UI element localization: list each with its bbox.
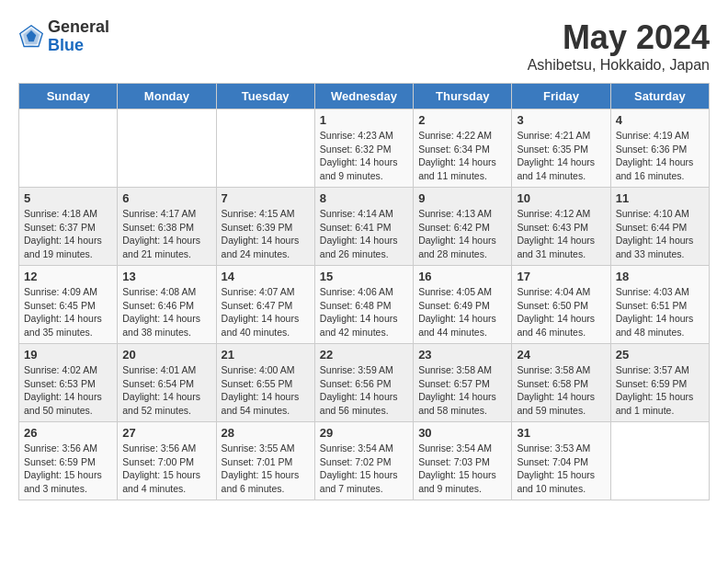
day-number: 22 <box>320 348 408 362</box>
day-header-friday: Friday <box>512 84 610 109</box>
day-number: 14 <box>222 270 310 283</box>
calendar-table: SundayMondayTuesdayWednesdayThursdayFrid… <box>18 83 710 500</box>
day-number: 20 <box>122 348 210 362</box>
day-info: Sunrise: 4:23 AM Sunset: 6:32 PM Dayligh… <box>320 129 408 183</box>
day-header-monday: Monday <box>118 84 216 109</box>
calendar-cell: 18Sunrise: 4:03 AM Sunset: 6:51 PM Dayli… <box>610 266 709 344</box>
day-info: Sunrise: 3:54 AM Sunset: 7:03 PM Dayligh… <box>418 442 506 496</box>
day-number: 12 <box>24 270 112 283</box>
week-row-2: 5Sunrise: 4:18 AM Sunset: 6:37 PM Daylig… <box>19 188 710 266</box>
calendar-cell <box>19 109 118 188</box>
day-info: Sunrise: 3:58 AM Sunset: 6:58 PM Dayligh… <box>517 363 605 418</box>
day-info: Sunrise: 4:21 AM Sunset: 6:35 PM Dayligh… <box>517 129 605 183</box>
calendar-cell: 30Sunrise: 3:54 AM Sunset: 7:03 PM Dayli… <box>414 422 512 500</box>
calendar-cell: 21Sunrise: 4:00 AM Sunset: 6:55 PM Dayli… <box>216 344 314 422</box>
day-number: 2 <box>418 113 506 127</box>
day-number: 21 <box>222 348 310 362</box>
day-number: 31 <box>517 426 605 440</box>
calendar-cell: 31Sunrise: 3:53 AM Sunset: 7:04 PM Dayli… <box>512 422 610 500</box>
day-number: 24 <box>517 348 605 362</box>
title-block: May 2024 Ashibetsu, Hokkaido, Japan <box>528 18 710 74</box>
day-number: 25 <box>616 348 704 362</box>
calendar-cell: 14Sunrise: 4:07 AM Sunset: 6:47 PM Dayli… <box>216 266 314 344</box>
days-header-row: SundayMondayTuesdayWednesdayThursdayFrid… <box>19 84 710 109</box>
calendar-cell: 29Sunrise: 3:54 AM Sunset: 7:02 PM Dayli… <box>314 422 413 500</box>
day-number: 13 <box>122 270 210 283</box>
day-number: 3 <box>517 113 605 127</box>
day-info: Sunrise: 4:12 AM Sunset: 6:43 PM Dayligh… <box>517 207 605 261</box>
day-number: 15 <box>320 270 408 283</box>
day-info: Sunrise: 3:57 AM Sunset: 6:59 PM Dayligh… <box>616 363 704 418</box>
calendar-cell: 6Sunrise: 4:17 AM Sunset: 6:38 PM Daylig… <box>118 188 216 266</box>
day-header-wednesday: Wednesday <box>314 84 413 109</box>
calendar-cell: 4Sunrise: 4:19 AM Sunset: 6:36 PM Daylig… <box>610 109 709 188</box>
week-row-1: 1Sunrise: 4:23 AM Sunset: 6:32 PM Daylig… <box>19 109 710 188</box>
location-text: Ashibetsu, Hokkaido, Japan <box>528 57 710 74</box>
calendar-cell: 8Sunrise: 4:14 AM Sunset: 6:41 PM Daylig… <box>314 188 413 266</box>
day-header-sunday: Sunday <box>19 84 118 109</box>
day-info: Sunrise: 3:56 AM Sunset: 7:00 PM Dayligh… <box>122 442 210 496</box>
logo-general-text: General <box>48 17 109 36</box>
calendar-cell: 16Sunrise: 4:05 AM Sunset: 6:49 PM Dayli… <box>414 266 512 344</box>
day-number: 26 <box>24 426 112 440</box>
week-row-3: 12Sunrise: 4:09 AM Sunset: 6:45 PM Dayli… <box>19 266 710 344</box>
day-info: Sunrise: 4:07 AM Sunset: 6:47 PM Dayligh… <box>222 285 310 339</box>
calendar-cell: 24Sunrise: 3:58 AM Sunset: 6:58 PM Dayli… <box>512 344 610 422</box>
calendar-cell: 5Sunrise: 4:18 AM Sunset: 6:37 PM Daylig… <box>19 188 118 266</box>
calendar-cell <box>216 109 314 188</box>
day-info: Sunrise: 3:55 AM Sunset: 7:01 PM Dayligh… <box>222 442 310 496</box>
day-header-tuesday: Tuesday <box>216 84 314 109</box>
day-info: Sunrise: 4:02 AM Sunset: 6:53 PM Dayligh… <box>24 363 112 418</box>
day-info: Sunrise: 4:03 AM Sunset: 6:51 PM Dayligh… <box>616 285 704 339</box>
day-number: 9 <box>418 191 506 205</box>
day-info: Sunrise: 4:13 AM Sunset: 6:42 PM Dayligh… <box>418 207 506 261</box>
calendar-cell: 9Sunrise: 4:13 AM Sunset: 6:42 PM Daylig… <box>414 188 512 266</box>
day-info: Sunrise: 4:10 AM Sunset: 6:44 PM Dayligh… <box>616 207 704 261</box>
day-info: Sunrise: 4:04 AM Sunset: 6:50 PM Dayligh… <box>517 285 605 339</box>
day-number: 11 <box>616 191 704 205</box>
day-info: Sunrise: 4:08 AM Sunset: 6:46 PM Dayligh… <box>122 285 210 339</box>
day-info: Sunrise: 4:09 AM Sunset: 6:45 PM Dayligh… <box>24 285 112 339</box>
day-info: Sunrise: 3:59 AM Sunset: 6:56 PM Dayligh… <box>320 363 408 418</box>
logo: General Blue <box>18 18 109 55</box>
month-title: May 2024 <box>528 18 710 57</box>
day-header-saturday: Saturday <box>610 84 709 109</box>
page-header: General Blue May 2024 Ashibetsu, Hokkaid… <box>18 18 710 74</box>
calendar-cell: 7Sunrise: 4:15 AM Sunset: 6:39 PM Daylig… <box>216 188 314 266</box>
day-info: Sunrise: 3:56 AM Sunset: 6:59 PM Dayligh… <box>24 442 112 496</box>
day-number: 10 <box>517 191 605 205</box>
calendar-cell: 12Sunrise: 4:09 AM Sunset: 6:45 PM Dayli… <box>19 266 118 344</box>
calendar-cell: 20Sunrise: 4:01 AM Sunset: 6:54 PM Dayli… <box>118 344 216 422</box>
day-info: Sunrise: 3:53 AM Sunset: 7:04 PM Dayligh… <box>517 442 605 496</box>
day-info: Sunrise: 3:54 AM Sunset: 7:02 PM Dayligh… <box>320 442 408 496</box>
day-info: Sunrise: 4:05 AM Sunset: 6:49 PM Dayligh… <box>418 285 506 339</box>
calendar-cell: 23Sunrise: 3:58 AM Sunset: 6:57 PM Dayli… <box>414 344 512 422</box>
calendar-cell: 26Sunrise: 3:56 AM Sunset: 6:59 PM Dayli… <box>19 422 118 500</box>
calendar-cell: 27Sunrise: 3:56 AM Sunset: 7:00 PM Dayli… <box>118 422 216 500</box>
day-info: Sunrise: 4:06 AM Sunset: 6:48 PM Dayligh… <box>320 285 408 339</box>
calendar-cell: 11Sunrise: 4:10 AM Sunset: 6:44 PM Dayli… <box>610 188 709 266</box>
calendar-cell: 22Sunrise: 3:59 AM Sunset: 6:56 PM Dayli… <box>314 344 413 422</box>
day-number: 1 <box>320 113 408 127</box>
calendar-cell: 15Sunrise: 4:06 AM Sunset: 6:48 PM Dayli… <box>314 266 413 344</box>
day-number: 18 <box>616 270 704 283</box>
day-number: 23 <box>418 348 506 362</box>
logo-blue-text: Blue <box>48 36 84 54</box>
calendar-cell: 10Sunrise: 4:12 AM Sunset: 6:43 PM Dayli… <box>512 188 610 266</box>
day-number: 19 <box>24 348 112 362</box>
day-number: 5 <box>24 191 112 205</box>
week-row-4: 19Sunrise: 4:02 AM Sunset: 6:53 PM Dayli… <box>19 344 710 422</box>
day-info: Sunrise: 3:58 AM Sunset: 6:57 PM Dayligh… <box>418 363 506 418</box>
day-info: Sunrise: 4:00 AM Sunset: 6:55 PM Dayligh… <box>222 363 310 418</box>
day-number: 16 <box>418 270 506 283</box>
calendar-cell <box>118 109 216 188</box>
logo-icon <box>18 24 44 50</box>
calendar-cell: 13Sunrise: 4:08 AM Sunset: 6:46 PM Dayli… <box>118 266 216 344</box>
day-info: Sunrise: 4:18 AM Sunset: 6:37 PM Dayligh… <box>24 207 112 261</box>
day-number: 30 <box>418 426 506 440</box>
calendar-cell: 1Sunrise: 4:23 AM Sunset: 6:32 PM Daylig… <box>314 109 413 188</box>
day-number: 7 <box>222 191 310 205</box>
calendar-cell <box>610 422 709 500</box>
calendar-cell: 17Sunrise: 4:04 AM Sunset: 6:50 PM Dayli… <box>512 266 610 344</box>
day-info: Sunrise: 4:14 AM Sunset: 6:41 PM Dayligh… <box>320 207 408 261</box>
